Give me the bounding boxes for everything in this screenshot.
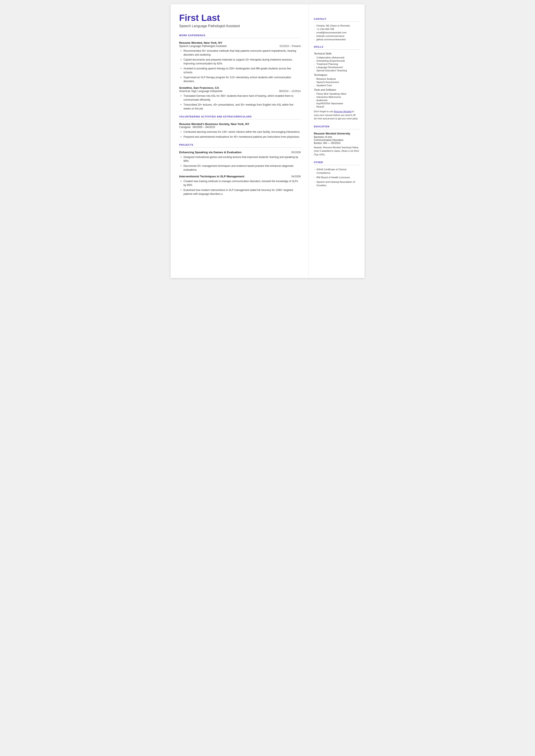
- contact-phone: +1-234-456-789: [314, 28, 359, 30]
- skill-speech-assessment: Speech Assessment: [314, 81, 359, 83]
- work-experience-divider: [179, 38, 301, 38]
- contact-linkedin: linkedin.com/in/username: [314, 35, 359, 37]
- job-1-bullet-1: Recommended 30+ innovative methods that …: [181, 49, 301, 57]
- candidate-name: First Last: [179, 13, 301, 23]
- job-2-row: American Sign Language Interpreter 06/20…: [179, 90, 301, 93]
- job-2-title: American Sign Language Interpreter: [179, 90, 223, 93]
- other-divider: [314, 165, 359, 165]
- project-1-date: 05/2009: [291, 151, 300, 154]
- volunteering-heading: VOLUNTEERING ACTIVITIES AND EXTRACURRICU…: [179, 115, 301, 118]
- tool-metronome: Interactive Metronome: [314, 96, 359, 98]
- promo-link[interactable]: Resume Worded: [334, 110, 352, 113]
- skill-behavior-analysis: Behavior Analysis: [314, 78, 359, 80]
- edu-degree: Bachelor of Arts: [314, 136, 359, 139]
- skill-collaboration: Collaboration (Advanced): [314, 56, 359, 59]
- vol-1-bullet-1: Conducted dancing exercises for 130+ sen…: [181, 130, 301, 134]
- job-2-bullet-2: Transcribed 20+ lectures, 40+ presentati…: [181, 103, 301, 111]
- vol-1-org: Resume Worded's Business Society, New Yo…: [179, 123, 301, 126]
- project-2-bullet-1: Created new training methods to manage c…: [181, 179, 301, 187]
- skill-language-development: Language Development: [314, 66, 359, 69]
- techniques-label: Techniques:: [314, 73, 359, 76]
- job-1-bullet-3: Assisted in providing speech therapy to …: [181, 67, 301, 74]
- contact-github: github.com/resumeworded: [314, 38, 359, 41]
- edu-awards: Awards: Resume Worded Teaching Fellow (o…: [314, 146, 359, 156]
- contact-divider: [314, 21, 359, 22]
- header: First Last Speech Language Pathologist A…: [179, 13, 301, 28]
- skill-scheduling: Scheduling (Experienced): [314, 60, 359, 62]
- project-1: Enhancing Speaking via Games & Evaluatio…: [179, 151, 301, 172]
- technical-skills-label: Technical Skills:: [314, 52, 359, 55]
- contact-location: Omaha, NE (Open to Remote): [314, 24, 359, 27]
- left-column: First Last Speech Language Pathologist A…: [171, 4, 309, 278]
- tool-react2: React2: [314, 105, 359, 108]
- skill-inpatient-care: Inpatient Care: [314, 84, 359, 87]
- tool-passy-muir: Passy Muir Speaking Valve: [314, 93, 359, 95]
- projects-heading: PROJECTS: [179, 144, 301, 146]
- tools-label: Tools and Software:: [314, 88, 359, 91]
- job-1-title: Speech Language Pathologist Assistant: [179, 44, 227, 48]
- vol-1-bullets: Conducted dancing exercises for 130+ sen…: [179, 130, 301, 139]
- project-2-date: 04/2009: [291, 175, 300, 178]
- project-2-name: Interventionist Techniques in SLP Manage…: [179, 175, 244, 178]
- project-2: Interventionist Techniques in SLP Manage…: [179, 175, 301, 196]
- techniques-list: Behavior Analysis Speech Assessment Inpa…: [314, 78, 359, 87]
- contact-email: email@resumeworded.com: [314, 31, 359, 34]
- project-1-bullet-1: Designed motivational games and exciting…: [181, 155, 301, 163]
- promo-text: Don't forget to use Resume Worded to sca…: [314, 110, 359, 121]
- project-1-bullets: Designed motivational games and exciting…: [179, 155, 301, 172]
- job-2-dates: 06/2010 – 12/2014: [279, 90, 300, 93]
- job-2-bullet-1: Translated German into ASL for 350+ stud…: [181, 94, 301, 102]
- job-2-bullets: Translated German into ASL for 350+ stud…: [179, 94, 301, 111]
- project-2-header: Interventionist Techniques in SLP Manage…: [179, 175, 301, 178]
- other-list: ASHA Certificate of Clinical Competence …: [314, 168, 359, 187]
- right-column: CONTACT Omaha, NE (Open to Remote) +1-23…: [309, 4, 365, 278]
- job-1-company: Resume Worded, New York, NY: [179, 41, 301, 44]
- skills-heading: SKILLS: [314, 45, 359, 48]
- job-1-bullets: Recommended 30+ innovative methods that …: [179, 49, 301, 83]
- contact-heading: CONTACT: [314, 18, 359, 20]
- promo-before: Don't forget to use: [314, 110, 334, 113]
- tool-kaypentax: KayPENTAX Nasometer: [314, 102, 359, 105]
- candidate-title: Speech Language Pathologist Assistant: [179, 24, 301, 28]
- work-experience-heading: WORK EXPERIENCE: [179, 34, 301, 37]
- volunteering-1: Resume Worded's Business Society, New Yo…: [179, 123, 301, 139]
- project-2-bullet-2: Examined how modern interventions in SLP…: [181, 188, 301, 196]
- vol-1-role: Caregiver: [179, 126, 191, 129]
- other-speech-hearing: Speech and Hearing Association of Growth…: [314, 180, 359, 187]
- tool-audionote: Audionote: [314, 99, 359, 101]
- job-2-company: Growthsi, San Francisco, CA: [179, 86, 301, 90]
- technical-skills-list: Collaboration (Advanced) Scheduling (Exp…: [314, 56, 359, 72]
- education-divider: [314, 129, 359, 129]
- skill-special-education: Special Education Teaching: [314, 69, 359, 72]
- project-1-header: Enhancing Speaking via Games & Evaluatio…: [179, 151, 301, 154]
- job-1-bullet-4: Supervised an SLP therapy program for 11…: [181, 75, 301, 83]
- job-1-dates: 01/2015 – Present: [279, 44, 300, 48]
- other-heading: OTHER: [314, 161, 359, 164]
- job-1-row: Speech Language Pathologist Assistant 01…: [179, 44, 301, 48]
- resume-page: First Last Speech Language Pathologist A…: [171, 4, 365, 278]
- edu-location: Boston, MA — 05/2010: [314, 142, 359, 145]
- edu-field: Communicative Disorders: [314, 139, 359, 142]
- job-1-bullet-2: Copied documents and prepared materials …: [181, 58, 301, 66]
- vol-1-bullet-2: Prepared and administered medications fo…: [181, 135, 301, 139]
- other-asha: ASHA Certificate of Clinical Competence: [314, 168, 359, 175]
- other-rw-board: RW Board of Health Licensure.: [314, 176, 359, 179]
- project-1-name: Enhancing Speaking via Games & Evaluatio…: [179, 151, 242, 154]
- education-block: Resume Worded University Bachelor of Art…: [314, 132, 359, 156]
- project-1-bullet-2: Discovered 20+ management techniques and…: [181, 164, 301, 172]
- education-heading: EDUCATION: [314, 125, 359, 128]
- vol-1-dates: 06/2009 – 04/2010: [193, 126, 215, 129]
- edu-school: Resume Worded University: [314, 132, 359, 135]
- job-2: Growthsi, San Francisco, CA American Sig…: [179, 86, 301, 111]
- contact-list: Omaha, NE (Open to Remote) +1-234-456-78…: [314, 24, 359, 41]
- skill-treatment-planning: Treatment Planning: [314, 63, 359, 65]
- job-1: Resume Worded, New York, NY Speech Langu…: [179, 41, 301, 83]
- project-2-bullets: Created new training methods to manage c…: [179, 179, 301, 196]
- vol-1-row: Caregiver 06/2009 – 04/2010: [179, 126, 301, 129]
- tools-list: Passy Muir Speaking Valve Interactive Me…: [314, 93, 359, 108]
- projects-divider: [179, 147, 301, 148]
